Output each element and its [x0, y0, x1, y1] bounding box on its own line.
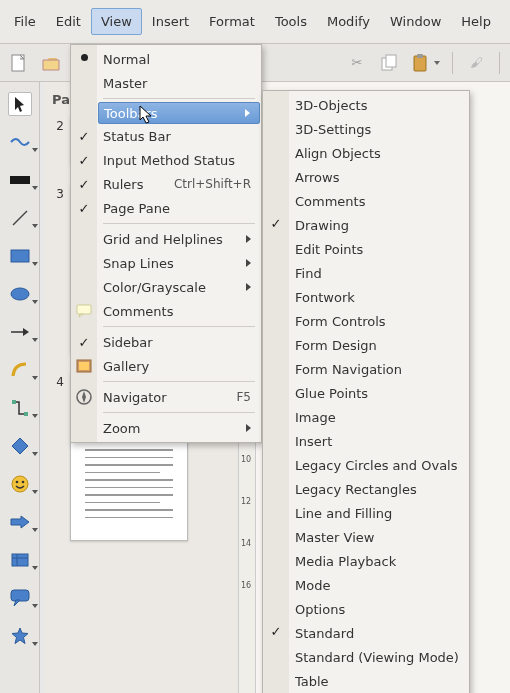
menuitem-master[interactable]: Master	[97, 71, 261, 95]
left-toolbox	[0, 82, 40, 693]
toolbar-separator	[499, 52, 500, 74]
menuitem-navigator[interactable]: NavigatorF5	[97, 385, 261, 409]
menuitem-image[interactable]: Image	[289, 405, 469, 429]
menuitem-label: Comments	[103, 304, 251, 319]
menu-separator	[103, 326, 255, 327]
menuitem-grid-and-helplines[interactable]: Grid and Helplines	[97, 227, 261, 251]
menu-separator	[103, 98, 255, 99]
menuitem-color-grayscale[interactable]: Color/Grayscale	[97, 275, 261, 299]
menuitem-options[interactable]: Options	[289, 597, 469, 621]
menuitem-page-pane[interactable]: Page Pane	[97, 196, 261, 220]
ellipse-tool[interactable]	[8, 282, 32, 306]
menuitem-standard-viewing-mode-[interactable]: Standard (Viewing Mode)	[289, 645, 469, 669]
line-color-tool[interactable]	[8, 130, 32, 154]
connector-tool[interactable]	[8, 396, 32, 420]
menu-modify[interactable]: Modify	[317, 8, 380, 35]
fill-color-tool[interactable]	[8, 168, 32, 192]
svg-rect-20	[79, 362, 89, 370]
menuitem-master-view[interactable]: Master View	[289, 525, 469, 549]
curve-tool[interactable]	[8, 358, 32, 382]
menuitem-form-navigation[interactable]: Form Navigation	[289, 357, 469, 381]
menu-format[interactable]: Format	[199, 8, 265, 35]
callout-tool[interactable]	[8, 586, 32, 610]
format-paintbrush-button[interactable]: 🖌	[463, 50, 489, 76]
menuitem-snap-lines[interactable]: Snap Lines	[97, 251, 261, 275]
menuitem-legacy-rectangles[interactable]: Legacy Rectangles	[289, 477, 469, 501]
ruler-tick: 16	[241, 581, 251, 590]
stars-tool[interactable]	[8, 624, 32, 648]
menuitem-find[interactable]: Find	[289, 261, 469, 285]
cut-button[interactable]: ✂	[344, 50, 370, 76]
open-button[interactable]	[38, 50, 64, 76]
menuitem-label: Insert	[295, 434, 459, 449]
menuitem-sidebar[interactable]: Sidebar	[97, 330, 261, 354]
ruler-tick: 14	[241, 539, 251, 548]
menuitem-comments[interactable]: Comments	[97, 299, 261, 323]
menuitem-gallery[interactable]: Gallery	[97, 354, 261, 378]
menuitem-toolbars[interactable]: Toolbars	[98, 102, 260, 124]
menuitem-form-controls[interactable]: Form Controls	[289, 309, 469, 333]
menu-window[interactable]: Window	[380, 8, 451, 35]
new-doc-button[interactable]	[6, 50, 32, 76]
svg-rect-3	[414, 56, 426, 71]
page-number: 3	[52, 185, 64, 353]
menuitem-fontwork[interactable]: Fontwork	[289, 285, 469, 309]
check-icon: ✓	[71, 124, 97, 148]
line-tool[interactable]	[8, 206, 32, 230]
flowchart-tool[interactable]	[8, 548, 32, 572]
svg-line-5	[13, 211, 27, 225]
menuitem-rulers[interactable]: RulersCtrl+Shift+R	[97, 172, 261, 196]
menuitem-align-objects[interactable]: Align Objects	[289, 141, 469, 165]
menu-insert[interactable]: Insert	[142, 8, 199, 35]
arrow-tool[interactable]	[8, 320, 32, 344]
menuitem-label: Status Bar	[103, 129, 251, 144]
block-arrows-tool[interactable]	[8, 510, 32, 534]
menuitem-comments[interactable]: Comments	[289, 189, 469, 213]
toolbars-submenu: ✓✓ 3D-Objects3D-SettingsAlign ObjectsArr…	[262, 90, 470, 693]
menuitem-edit-points[interactable]: Edit Points	[289, 237, 469, 261]
menuitem-mode[interactable]: Mode	[289, 573, 469, 597]
menuitem-label: Page Pane	[103, 201, 251, 216]
menuitem-3d-settings[interactable]: 3D-Settings	[289, 117, 469, 141]
menuitem-label: Grid and Helplines	[103, 232, 230, 247]
menuitem-label: Glue Points	[295, 386, 459, 401]
menuitem-glue-points[interactable]: Glue Points	[289, 381, 469, 405]
menuitem-input-method-status[interactable]: Input Method Status	[97, 148, 261, 172]
menuitem-standard[interactable]: Standard	[289, 621, 469, 645]
rectangle-tool[interactable]	[8, 244, 32, 268]
gallery-icon	[71, 354, 97, 378]
submenu-arrow-icon	[246, 424, 251, 432]
menuitem-form-design[interactable]: Form Design	[289, 333, 469, 357]
svg-rect-18	[77, 305, 91, 314]
menuitem-label: Line and Filling	[295, 506, 459, 521]
menuitem-arrows[interactable]: Arrows	[289, 165, 469, 189]
menuitem-label: 3D-Settings	[295, 122, 459, 137]
menuitem-label: Media Playback	[295, 554, 459, 569]
menuitem-media-playback[interactable]: Media Playback	[289, 549, 469, 573]
svg-rect-9	[12, 400, 16, 404]
menu-edit[interactable]: Edit	[46, 8, 91, 35]
pointer-tool[interactable]	[8, 92, 32, 116]
menuitem-line-and-filling[interactable]: Line and Filling	[289, 501, 469, 525]
menuitem-insert[interactable]: Insert	[289, 429, 469, 453]
menuitem-table[interactable]: Table	[289, 669, 469, 693]
menu-help[interactable]: Help	[451, 8, 501, 35]
menuitem-label: Options	[295, 602, 459, 617]
svg-point-13	[21, 481, 24, 484]
basic-shapes-tool[interactable]	[8, 434, 32, 458]
menu-tools[interactable]: Tools	[265, 8, 317, 35]
menuitem-legacy-circles-and-ovals[interactable]: Legacy Circles and Ovals	[289, 453, 469, 477]
copy-button[interactable]	[376, 50, 402, 76]
symbol-shapes-tool[interactable]	[8, 472, 32, 496]
menuitem-zoom[interactable]: Zoom	[97, 416, 261, 440]
menuitem-drawing[interactable]: Drawing	[289, 213, 469, 237]
menuitem-3d-objects[interactable]: 3D-Objects	[289, 93, 469, 117]
comment-icon	[71, 299, 97, 323]
paste-button[interactable]	[408, 50, 442, 76]
menuitem-label: Color/Grayscale	[103, 280, 230, 295]
menu-file[interactable]: File	[4, 8, 46, 35]
menuitem-normal[interactable]: Normal	[97, 47, 261, 71]
menuitem-status-bar[interactable]: Status Bar	[97, 124, 261, 148]
menu-view[interactable]: View	[91, 8, 142, 35]
navigator-icon	[71, 385, 97, 409]
